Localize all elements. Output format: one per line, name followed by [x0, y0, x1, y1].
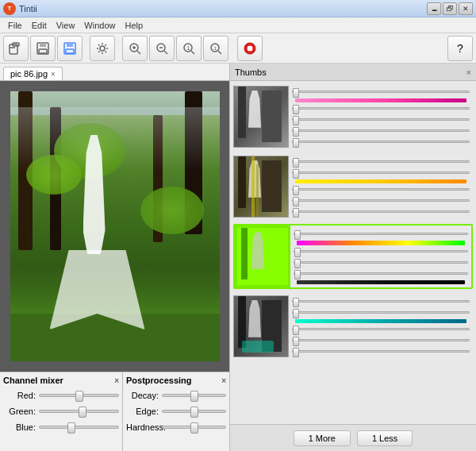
thumb1-s2-thumb[interactable] — [293, 105, 299, 114]
thumbs-footer: 1 More 1 Less — [230, 424, 476, 451]
thumb3-slider3[interactable] — [294, 261, 468, 264]
zoom-100-btn[interactable]: 1 — [176, 36, 202, 61]
thumb3-slider4[interactable] — [294, 272, 468, 275]
channel-mixer-panel: Channel mixer × Red: Green: Blue: — [0, 372, 123, 451]
thumb2-slider5[interactable] — [292, 210, 470, 213]
svg-text:1: 1 — [187, 45, 190, 51]
more-btn[interactable]: 1 More — [294, 430, 351, 446]
thumb1-slider5[interactable] — [292, 141, 470, 143]
decay-slider-thumb[interactable] — [190, 391, 198, 402]
rescue-btn[interactable] — [237, 36, 263, 61]
thumb3-slider2[interactable] — [294, 250, 468, 252]
thumb4-slider4[interactable] — [292, 339, 470, 341]
minimize-btn[interactable]: 🗕 — [427, 2, 441, 15]
thumbs-close-btn[interactable]: × — [466, 67, 471, 77]
thumb2-s1-thumb[interactable] — [293, 158, 299, 168]
thumb4-slider3[interactable] — [292, 328, 470, 330]
zoom-in-btn[interactable] — [122, 36, 148, 61]
thumb3-s1-thumb[interactable] — [294, 230, 301, 240]
thumb2-slider1[interactable] — [292, 160, 470, 163]
blue-slider[interactable] — [39, 426, 119, 429]
app-icon: T — [3, 2, 16, 15]
thumb-item-2[interactable] — [233, 154, 473, 219]
image-canvas-area[interactable] — [0, 81, 229, 372]
green-slider-thumb[interactable] — [79, 407, 86, 418]
tab-bar: pic 86.jpg × — [0, 64, 229, 81]
thumb3-slider1[interactable] — [294, 233, 468, 235]
thumb-image-4[interactable] — [233, 295, 289, 357]
menu-view[interactable]: View — [52, 19, 80, 32]
thumb4-slider2[interactable] — [292, 311, 470, 314]
menu-file[interactable]: File — [3, 19, 27, 32]
thumb3-s3-thumb[interactable] — [294, 259, 301, 268]
settings-btn[interactable] — [90, 36, 115, 61]
image-tab[interactable]: pic 86.jpg × — [3, 67, 63, 80]
less-btn[interactable]: 1 Less — [357, 430, 413, 446]
menu-edit[interactable]: Edit — [27, 19, 52, 32]
thumb1-s1-thumb[interactable] — [293, 88, 299, 98]
thumb1-slider2[interactable] — [292, 107, 470, 110]
channel-mixer-close[interactable]: × — [114, 376, 119, 385]
thumbs-header: Thumbs × — [230, 64, 476, 81]
svg-line-15 — [164, 51, 167, 54]
thumb1-slider1[interactable] — [292, 91, 470, 93]
thumb-image-2[interactable] — [233, 156, 289, 218]
edge-slider-thumb[interactable] — [190, 407, 198, 418]
menu-window[interactable]: Window — [79, 19, 120, 32]
thumb-item-3[interactable] — [233, 224, 473, 289]
red-slider-thumb[interactable] — [75, 391, 83, 402]
thumb3-s2-thumb[interactable] — [294, 248, 301, 257]
maximize-btn[interactable]: 🗗 — [443, 2, 457, 15]
thumb-item-4[interactable] — [233, 294, 473, 359]
thumb-image-1[interactable] — [233, 86, 289, 148]
svg-rect-4 — [39, 49, 47, 53]
green-slider[interactable] — [39, 410, 119, 413]
edge-slider[interactable] — [162, 410, 226, 413]
thumb4-slider5[interactable] — [292, 350, 470, 353]
thumb2-s2-thumb[interactable] — [293, 169, 299, 179]
save-btn[interactable] — [30, 36, 56, 61]
blue-channel-row: Blue: — [3, 420, 119, 434]
zoom-out-btn[interactable] — [149, 36, 175, 61]
blue-slider-thumb[interactable] — [67, 422, 75, 434]
decay-slider[interactable] — [162, 394, 226, 397]
thumb-item-1[interactable] — [233, 84, 473, 149]
thumb1-slider3[interactable] — [292, 118, 470, 121]
thumb2-s3-thumb[interactable] — [293, 186, 299, 195]
thumb1-slider4[interactable] — [292, 129, 470, 132]
postprocessing-panel: Postprocessing × Decay: Edge: Hardne — [123, 372, 229, 451]
save-as-btn[interactable] — [57, 36, 83, 61]
help-toolbar-btn[interactable]: ? — [447, 36, 473, 61]
thumb2-slider2[interactable] — [292, 172, 470, 174]
thumb1-s3-thumb[interactable] — [293, 116, 299, 125]
green-label: Green: — [3, 407, 39, 416]
thumb4-slider1[interactable] — [292, 300, 470, 303]
thumb4-s2-thumb[interactable] — [293, 309, 299, 318]
thumb4-s4-thumb[interactable] — [293, 337, 299, 346]
red-slider[interactable] — [39, 394, 119, 397]
thumb-sliders-2 — [289, 155, 473, 219]
tab-close-btn[interactable]: × — [51, 70, 56, 79]
close-btn[interactable]: ✕ — [459, 2, 473, 15]
thumb4-s3-thumb[interactable] — [293, 326, 299, 335]
postprocessing-close[interactable]: × — [221, 376, 226, 385]
thumb2-s5-thumb[interactable] — [293, 208, 299, 218]
menu-help[interactable]: Help — [120, 19, 148, 32]
edge-row: Edge: — [126, 404, 226, 418]
thumb3-s4-thumb[interactable] — [294, 270, 301, 279]
thumb2-slider4[interactable] — [292, 199, 470, 202]
open-file-btn[interactable] — [3, 36, 29, 61]
thumb1-s4-thumb[interactable] — [293, 127, 299, 137]
svg-point-8 — [100, 46, 105, 51]
thumb2-s4-thumb[interactable] — [293, 197, 299, 206]
thumb-image-3[interactable] — [235, 226, 290, 287]
hardness-slider-thumb[interactable] — [190, 422, 198, 434]
zoom-fit-btn[interactable]: :1 — [203, 36, 228, 61]
thumb2-slider3[interactable] — [292, 188, 470, 191]
thumb4-s1-thumb[interactable] — [293, 298, 299, 307]
main-content: pic 86.jpg × — [0, 64, 476, 451]
hardness-slider[interactable] — [162, 426, 226, 429]
thumb4-s5-thumb[interactable] — [293, 348, 299, 357]
tab-label: pic 86.jpg — [10, 69, 48, 79]
thumb1-s5-thumb[interactable] — [293, 138, 299, 148]
